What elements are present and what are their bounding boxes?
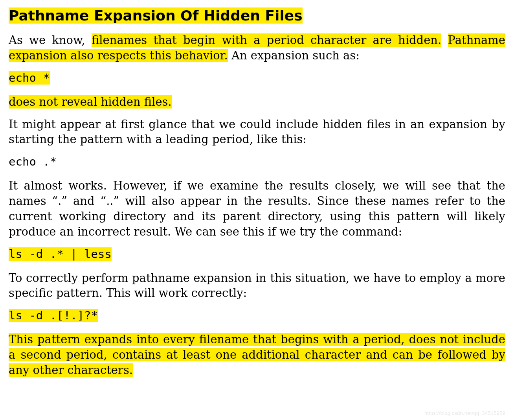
p1-text-c [441, 33, 448, 47]
page-title: Pathname Expansion Of Hidden Files [9, 7, 505, 24]
code4-text: ls -d .[!.]?* [9, 309, 98, 322]
code-block-2: echo .* [9, 154, 505, 169]
p6-highlight: This pattern expands into every filename… [9, 333, 505, 377]
paragraph-3: It might appear at first glance that we … [9, 117, 505, 147]
p2-highlight: does not reveal hidden files. [9, 95, 172, 109]
code3-text: ls -d .* | less [9, 247, 112, 261]
paragraph-2: does not reveal hidden files. [9, 94, 505, 110]
code-block-4: ls -d .[!.]?* [9, 308, 505, 323]
code-block-3: ls -d .* | less [9, 247, 505, 262]
p3-text: It might appear at first glance that we … [9, 118, 505, 146]
code2-text: echo .* [9, 155, 57, 168]
code-block-1: echo * [9, 70, 505, 86]
watermark: https://blog.csdn.net/qq_34515959 [424, 410, 505, 416]
paragraph-1: As we know, filenames that begin with a … [9, 33, 505, 63]
p5-text: To correctly perform pathname expansion … [9, 271, 505, 300]
p4-text: It almost works. However, if we examine … [9, 179, 505, 238]
paragraph-4: It almost works. However, if we examine … [9, 178, 505, 239]
paragraph-5: To correctly perform pathname expansion … [9, 271, 505, 301]
paragraph-6: This pattern expands into every filename… [9, 332, 505, 378]
document-page: Pathname Expansion Of Hidden Files As we… [0, 0, 514, 420]
p1-text-a: As we know, [9, 33, 92, 47]
p1-text-e: An expansion such as: [228, 49, 360, 62]
p1-highlight-1: filenames that begin with a period chara… [92, 33, 441, 47]
title-text: Pathname Expansion Of Hidden Files [9, 7, 303, 24]
code1-text: echo * [9, 71, 50, 85]
